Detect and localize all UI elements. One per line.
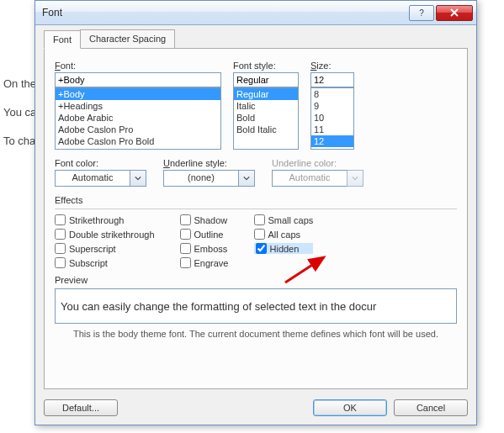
- svg-line-0: [285, 257, 324, 283]
- outline-checkbox[interactable]: Outline: [180, 229, 229, 240]
- font-color-combo[interactable]: Automatic: [55, 170, 146, 187]
- chevron-down-icon[interactable]: [130, 170, 146, 187]
- underline-style-label: Underline style:: [163, 158, 255, 168]
- list-item[interactable]: 11: [311, 124, 353, 135]
- list-item[interactable]: +Body: [56, 88, 220, 100]
- help-button[interactable]: ?: [409, 5, 434, 21]
- dialog-title: Font: [42, 7, 407, 18]
- tab-strip: Font Character Spacing: [44, 29, 468, 48]
- list-item[interactable]: Regular: [234, 88, 298, 100]
- font-dialog: Font ? Font Character Spacing Font: +Bod…: [34, 0, 477, 425]
- tab-panel-font: Font: +Body +Headings Adobe Arabic Adobe…: [44, 48, 468, 389]
- underline-color-combo: Automatic: [272, 170, 363, 187]
- all-caps-checkbox[interactable]: All caps: [254, 229, 314, 240]
- preview-box: You can easily change the formatting of …: [55, 288, 457, 324]
- font-list[interactable]: +Body +Headings Adobe Arabic Adobe Caslo…: [55, 87, 221, 150]
- ok-button[interactable]: OK: [313, 399, 387, 416]
- list-item[interactable]: Adobe Caslon Pro Bold: [56, 135, 220, 147]
- close-button[interactable]: [436, 5, 473, 21]
- shadow-checkbox[interactable]: Shadow: [180, 214, 229, 225]
- list-item[interactable]: Italic: [234, 100, 298, 112]
- close-icon: [450, 8, 459, 17]
- list-item[interactable]: 9: [311, 100, 353, 112]
- dialog-button-row: Default... OK Cancel: [44, 399, 468, 416]
- underline-color-label: Underline color:: [272, 158, 363, 168]
- underline-style-combo[interactable]: (none): [163, 170, 255, 187]
- tab-font[interactable]: Font: [44, 30, 81, 49]
- size-label: Size:: [310, 61, 354, 71]
- list-item[interactable]: 8: [311, 88, 353, 100]
- default-button[interactable]: Default...: [44, 399, 118, 416]
- titlebar[interactable]: Font ?: [35, 1, 476, 25]
- cancel-button[interactable]: Cancel: [394, 399, 468, 416]
- list-item[interactable]: Bold Italic: [234, 124, 298, 135]
- list-item[interactable]: 12: [311, 135, 353, 147]
- engrave-checkbox[interactable]: Engrave: [180, 257, 229, 268]
- annotation-arrow: [282, 252, 332, 286]
- font-style-list[interactable]: Regular Italic Bold Bold Italic: [233, 87, 299, 150]
- effects-group: Strikethrough Double strikethrough Super…: [55, 209, 457, 268]
- emboss-checkbox[interactable]: Emboss: [180, 243, 229, 254]
- font-color-label: Font color:: [55, 158, 146, 168]
- font-label: Font:: [55, 61, 221, 71]
- font-input[interactable]: [55, 72, 221, 87]
- small-caps-checkbox[interactable]: Small caps: [254, 214, 314, 225]
- font-style-label: Font style:: [233, 61, 299, 71]
- size-list[interactable]: 8 9 10 11 12: [310, 87, 354, 150]
- preview-note: This is the body theme font. The current…: [55, 329, 457, 339]
- effects-label: Effects: [55, 195, 457, 205]
- font-style-input[interactable]: [233, 72, 299, 87]
- chevron-down-icon: [347, 170, 363, 187]
- list-item[interactable]: Adobe Arabic: [56, 112, 220, 124]
- strikethrough-checkbox[interactable]: Strikethrough: [55, 214, 155, 225]
- subscript-checkbox[interactable]: Subscript: [55, 257, 155, 268]
- tab-character-spacing[interactable]: Character Spacing: [80, 29, 175, 48]
- superscript-checkbox[interactable]: Superscript: [55, 243, 155, 254]
- chevron-down-icon[interactable]: [238, 170, 255, 187]
- list-item[interactable]: +Headings: [56, 100, 220, 112]
- preview-label: Preview: [55, 275, 457, 285]
- list-item[interactable]: Bold: [234, 112, 298, 124]
- double-strikethrough-checkbox[interactable]: Double strikethrough: [55, 229, 155, 240]
- list-item[interactable]: 10: [311, 112, 353, 124]
- list-item[interactable]: Adobe Caslon Pro: [56, 124, 220, 135]
- size-input[interactable]: [310, 72, 354, 87]
